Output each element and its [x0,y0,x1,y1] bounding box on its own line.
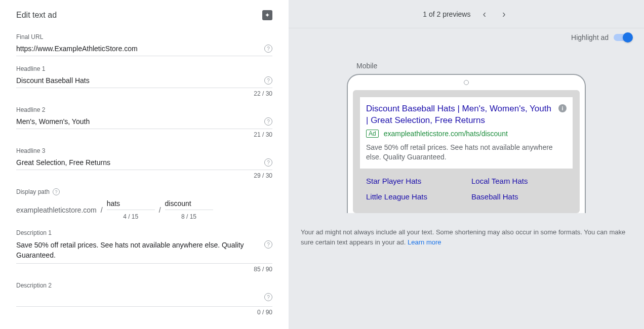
field-description-1: Description 1 Save 50% off retail prices… [16,229,272,273]
final-url-input[interactable] [16,45,259,53]
help-icon[interactable]: ? [264,117,272,126]
path2-counter: 8 / 15 [165,213,213,220]
help-icon[interactable]: ? [264,293,272,301]
display-path-base: exampleathleticstore.com [16,206,97,214]
path1-input[interactable] [107,199,155,210]
edit-panel: Edit text ad Final URL ? Headline 1 ? 22… [0,0,289,329]
field-description-2: Description 2 ? 0 / 90 [16,282,272,316]
headline3-label: Headline 3 [16,147,272,154]
preview-panel: 1 of 2 previews ‹ › Highlight ad Mobile … [289,0,644,329]
headline3-input[interactable] [16,158,259,167]
ad-card: Discount Baseball Hats | Men's, Women's,… [353,90,580,213]
headline1-input[interactable] [16,76,259,85]
ad-badge: Ad [366,130,379,138]
description1-counter: 85 / 90 [16,266,272,273]
toggle-knob [623,32,633,43]
prev-arrow-icon[interactable]: ‹ [478,6,490,22]
field-headline-3: Headline 3 ? 29 / 30 [16,147,272,179]
help-icon[interactable]: ? [264,76,272,85]
headline2-label: Headline 2 [16,106,272,113]
headline3-counter: 29 / 30 [16,172,272,179]
display-path-label-text: Display path [16,188,50,195]
highlight-row: Highlight ad [301,28,632,47]
path-slash: / [101,206,103,214]
field-headline-2: Headline 2 ? 21 / 30 [16,106,272,138]
disclaimer-text: Your ad might not always include all you… [301,228,625,246]
panel-title: Edit text ad [16,11,57,20]
next-arrow-icon[interactable]: › [498,6,510,22]
description1-label: Description 1 [16,229,272,236]
path2-input[interactable] [165,199,213,210]
sitelink[interactable]: Little League Hats [366,192,461,201]
path1-counter: 4 / 15 [107,213,155,220]
description2-label: Description 2 [16,282,272,289]
preview-counter: 1 of 2 previews [423,10,470,18]
path-slash: / [159,206,161,214]
preview-header: 1 of 2 previews ‹ › [289,0,644,28]
preview-area: Highlight ad Mobile Discount Baseball Ha… [289,28,644,329]
description2-counter: 0 / 90 [16,309,272,316]
sitelinks: Star Player Hats Local Team Hats Little … [360,169,573,206]
highlight-toggle[interactable] [614,34,632,41]
disclaimer: Your ad might not always include all you… [301,227,632,247]
ad-headline: Discount Baseball Hats | Men's, Women's,… [366,103,555,127]
headline2-counter: 21 / 30 [16,131,272,138]
field-final-url: Final URL ? [16,33,272,56]
learn-more-link[interactable]: Learn more [408,238,441,246]
phone-frame: Discount Baseball Hats | Men's, Women's,… [347,74,586,213]
help-icon[interactable]: ? [264,45,272,53]
sitelink[interactable]: Local Team Hats [471,177,567,185]
ad-description: Save 50% off retail prices. See hats not… [366,143,567,162]
panel-header: Edit text ad [16,10,272,20]
display-path-label: Display path ? [16,188,272,195]
highlight-label: Highlight ad [571,33,609,42]
headline1-counter: 22 / 30 [16,90,272,97]
help-icon[interactable]: ? [53,188,60,195]
field-headline-1: Headline 1 ? 22 / 30 [16,65,272,97]
info-icon[interactable]: i [558,104,567,112]
spark-icon[interactable] [262,10,272,20]
headline2-input[interactable] [16,117,259,126]
headline1-label: Headline 1 [16,65,272,72]
description2-input[interactable] [16,293,259,303]
phone-camera-icon [464,80,469,85]
sitelink[interactable]: Baseball Hats [471,192,567,201]
mobile-label: Mobile [356,62,632,70]
field-display-path: Display path ? exampleathleticstore.com … [16,188,272,220]
final-url-label: Final URL [16,33,272,40]
help-icon[interactable]: ? [264,158,272,167]
sitelink[interactable]: Star Player Hats [366,177,461,185]
ad-top: Discount Baseball Hats | Men's, Women's,… [360,97,573,169]
ad-url: exampleathleticstore.com/hats/discount [384,130,508,138]
help-icon[interactable]: ? [264,240,272,249]
description1-input[interactable]: Save 50% off retail prices. See hats not… [16,240,259,260]
